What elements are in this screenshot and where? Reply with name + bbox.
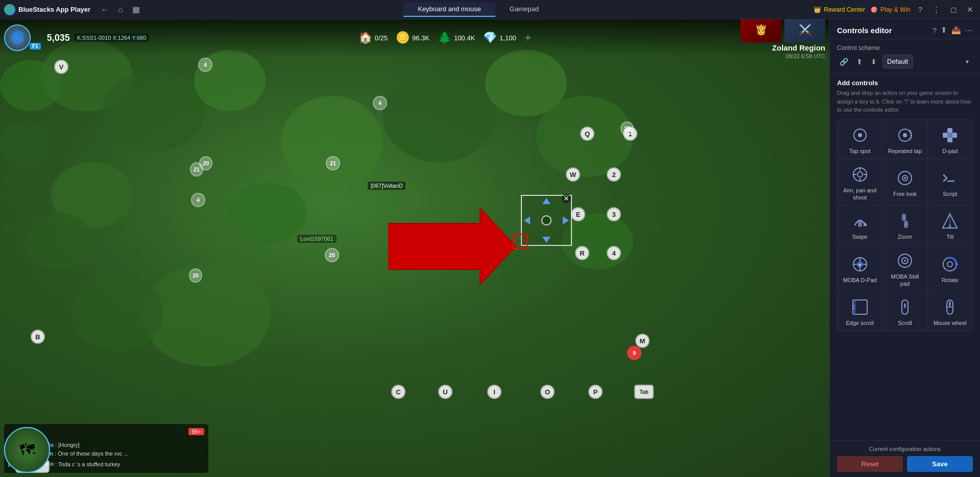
restore-button[interactable]: ◻ xyxy=(948,4,959,15)
panel-more-button[interactable]: ⋯ xyxy=(965,26,973,35)
control-free-look[interactable]: Free look xyxy=(882,159,927,206)
back-button[interactable]: ← xyxy=(98,4,112,15)
key-q[interactable]: Q xyxy=(580,127,594,141)
controls-panel: Controls editor ? ⬆ 📤 ⋯ Control scheme 🔗… xyxy=(829,19,980,477)
move-down-arrow xyxy=(542,237,551,243)
tree-decoration xyxy=(26,213,92,269)
control-edge-scroll[interactable]: Edge scroll xyxy=(838,292,882,331)
moba-skill-pad-icon xyxy=(896,252,914,270)
main-area: 🌀 F1 5,035 K:SSS1-0010 X:1264 Y:680 🏠 0/… xyxy=(0,19,980,477)
minimap-container: 🗺 xyxy=(4,427,50,473)
control-rotate[interactable]: Rotate xyxy=(928,245,972,292)
tap-spot-icon xyxy=(851,126,869,144)
scheme-select[interactable]: Default xyxy=(882,55,913,68)
key-b[interactable]: B xyxy=(31,330,45,344)
control-tap-spot[interactable]: Tap spot xyxy=(838,120,882,159)
control-zoom[interactable]: Zoom xyxy=(882,206,927,244)
svg-marker-27 xyxy=(948,223,952,228)
repeated-tap-label: Repeated tap xyxy=(888,147,922,155)
save-button[interactable]: Save xyxy=(907,456,973,472)
reward-center[interactable]: 👑 Reward Center xyxy=(814,6,865,13)
control-scroll[interactable]: Scroll xyxy=(882,292,927,331)
banner-image2: ⚔️ xyxy=(784,19,825,42)
close-movement-box[interactable]: ✕ xyxy=(562,194,571,203)
edge-scroll-label: Edge scroll xyxy=(846,319,873,327)
add-controls-title: Add controls xyxy=(837,79,973,87)
control-mouse-wheel[interactable]: Mouse wheel xyxy=(928,292,972,331)
footer-label: Current configuration actions xyxy=(837,446,973,452)
control-dpad[interactable]: D-pad xyxy=(928,120,972,159)
control-moba-dpad[interactable]: 5 MOBA D-Pad xyxy=(838,245,882,292)
svg-point-18 xyxy=(904,177,906,179)
menu-button[interactable]: ⋮ xyxy=(930,4,943,15)
windows-button[interactable]: ▦ xyxy=(129,4,143,15)
control-tilt[interactable]: Tilt xyxy=(928,206,972,244)
minimap-visual: 🗺 xyxy=(19,441,35,459)
panel-import-button[interactable]: ⬆ xyxy=(941,26,947,35)
key-2[interactable]: 2 xyxy=(607,167,621,182)
scheme-download-button[interactable]: ⬇ xyxy=(868,56,879,67)
key-o[interactable]: O xyxy=(540,385,555,399)
key-i[interactable]: I xyxy=(487,385,501,399)
hud-right: 👸 ⚔️ Zoland Region 08/22 6:58 UTC xyxy=(740,19,825,59)
banner-image: 👸 xyxy=(740,19,781,42)
control-repeated-tap[interactable]: Repeated tap xyxy=(882,120,927,159)
svg-point-37 xyxy=(904,260,906,262)
map-num-8: 21 xyxy=(190,162,203,177)
home-button[interactable]: ⌂ xyxy=(115,4,126,15)
edge-scroll-icon xyxy=(851,298,869,316)
control-swipe[interactable]: Swipe xyxy=(838,206,882,244)
reset-button[interactable]: Reset xyxy=(837,456,903,472)
scheme-section: Control scheme 🔗 ⬆ ⬇ Default xyxy=(830,39,980,74)
key-p[interactable]: P xyxy=(588,385,603,399)
tab-gamepad[interactable]: Gamepad xyxy=(495,2,553,17)
player-level: F1 xyxy=(30,43,41,49)
control-aim-pan-shoot[interactable]: Aim, pan and shoot xyxy=(838,159,882,206)
panel-help-button[interactable]: ? xyxy=(933,26,937,35)
play-win[interactable]: 🎯 Play & Win xyxy=(870,6,911,13)
panel-export-button[interactable]: 📤 xyxy=(951,26,961,35)
game-viewport[interactable]: 🌀 F1 5,035 K:SSS1-0010 X:1264 Y:680 🏠 0/… xyxy=(0,19,829,477)
region-date: 08/22 6:58 UTC xyxy=(785,53,825,59)
map-num-3: 21 xyxy=(326,156,340,170)
map-num-7: 20 xyxy=(189,268,202,283)
player-label-lord: Lord1597061 xyxy=(297,235,337,243)
chat-unread-badge: 99+ xyxy=(188,428,204,435)
key-4[interactable]: 4 xyxy=(607,246,621,260)
map-num-9: 9 xyxy=(627,346,641,360)
svg-rect-21 xyxy=(858,221,862,227)
tab-keyboard-mouse[interactable]: Keyboard and mouse xyxy=(403,2,495,17)
key-u[interactable]: U xyxy=(438,385,452,399)
top-bar: BlueStacks App Player ← ⌂ ▦ Keyboard and… xyxy=(0,0,980,19)
key-c[interactable]: C xyxy=(391,385,405,399)
scheme-share-button[interactable]: 🔗 xyxy=(837,56,851,67)
key-m[interactable]: M xyxy=(635,334,650,348)
key-v[interactable]: V xyxy=(54,60,68,74)
close-button[interactable]: ✕ xyxy=(964,4,976,15)
map-num-5: 4 xyxy=(191,193,205,207)
resource-house-value: 0/25 xyxy=(375,34,388,42)
key-3[interactable]: 3 xyxy=(607,207,621,221)
rotate-label: Rotate xyxy=(942,277,958,284)
key-e[interactable]: E xyxy=(571,207,585,221)
add-controls-section: Add controls Drag and drop an action on … xyxy=(830,74,980,335)
move-center xyxy=(541,215,552,225)
help-button[interactable]: ? xyxy=(916,4,925,15)
tilt-label: Tilt xyxy=(946,233,953,240)
scheme-upload-button[interactable]: ⬆ xyxy=(854,56,865,67)
key-tab[interactable]: Tab xyxy=(634,385,654,399)
resource-gem: 💎 1,100 xyxy=(483,31,516,44)
svg-point-2 xyxy=(858,133,862,137)
svg-rect-8 xyxy=(952,133,957,138)
reward-center-label: Reward Center xyxy=(824,6,865,13)
logo-icon xyxy=(4,4,15,15)
svg-point-4 xyxy=(903,133,907,137)
add-resource-button[interactable]: + xyxy=(524,31,532,45)
key-w[interactable]: W xyxy=(566,167,580,182)
control-moba-skill-pad[interactable]: MOBA Skill pad xyxy=(882,245,927,292)
svg-text:5: 5 xyxy=(858,263,861,267)
map-num-2: 4 xyxy=(373,96,387,110)
key-r[interactable]: R xyxy=(575,246,589,260)
control-script[interactable]: Script xyxy=(928,159,972,206)
free-look-icon xyxy=(896,169,914,187)
